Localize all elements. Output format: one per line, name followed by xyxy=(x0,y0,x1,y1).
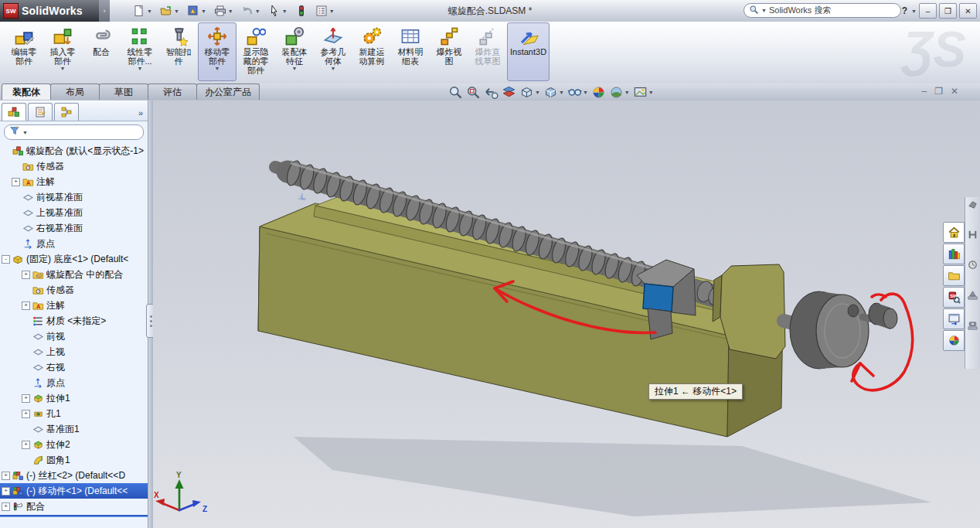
tab-evaluate[interactable]: 评估 xyxy=(148,83,197,100)
tree-item-sensors[interactable]: +传感器 xyxy=(0,158,148,174)
help-dropdown-arrow[interactable]: ▼ xyxy=(911,9,917,14)
doc-close-button[interactable]: ✕ xyxy=(951,85,958,97)
propertymanager-tab[interactable] xyxy=(28,103,53,121)
tree-expander[interactable]: + xyxy=(22,301,30,310)
tree-item-front-plane[interactable]: +前视基准面 xyxy=(0,189,148,205)
tree-item-component-mover[interactable]: +(-) 移动件<1> (Default<< xyxy=(0,483,148,499)
tree-item-mates-in-assembly[interactable]: +螺旋配合 中的配合 xyxy=(0,267,148,282)
tree-filter-input[interactable]: ▼ xyxy=(4,124,144,140)
publish-edrawing-button[interactable]: ▼ xyxy=(185,2,208,20)
tree-expander[interactable]: + xyxy=(12,178,20,186)
new-document-button[interactable]: ▼ xyxy=(131,2,154,20)
panel-expand-chevron[interactable]: » xyxy=(138,108,143,121)
tree-item-base-front-plane[interactable]: +前视 xyxy=(0,329,148,344)
linear-component-pattern-button[interactable]: 线性零 部件...▼ xyxy=(121,22,159,81)
tree-item-base-top-plane[interactable]: +上视 xyxy=(0,344,148,359)
tree-expander[interactable]: - xyxy=(2,255,10,264)
configurationmanager-tab[interactable] xyxy=(54,103,79,121)
filter-dropdown-arrow[interactable]: ▼ xyxy=(22,130,28,135)
tree-item-base-origin[interactable]: +原点 xyxy=(0,375,148,390)
tab-layout[interactable]: 布局 xyxy=(50,83,100,100)
bill-of-materials-button[interactable]: 材料明 细表 xyxy=(391,22,430,81)
tree-item-right-plane[interactable]: +右视基准面 xyxy=(0,220,148,236)
rebuild-button[interactable] xyxy=(294,2,309,20)
tree-item-fillet1[interactable]: +圆角1 xyxy=(0,452,148,468)
tab-office[interactable]: 办公室产品 xyxy=(196,83,260,100)
minimize-button[interactable]: – xyxy=(919,3,937,19)
section-view-button[interactable] xyxy=(502,85,516,100)
rollback-bar[interactable] xyxy=(0,515,148,517)
view-settings-button[interactable]: ▼ xyxy=(633,85,654,100)
show-hidden-components-button[interactable]: 显示隐 藏的零 部件 xyxy=(236,22,275,81)
model-3d-view[interactable]: Y X Z xyxy=(153,100,980,528)
zoom-to-fit-button[interactable] xyxy=(448,85,463,100)
tree-expander[interactable]: + xyxy=(2,502,10,511)
tree-item-root-assembly[interactable]: +螺旋配合 (默认<显示状态-1> xyxy=(0,143,148,158)
ts-clock-strip-icon[interactable] xyxy=(967,259,978,274)
design-library-tab[interactable] xyxy=(943,244,965,264)
close-button[interactable]: ✕ xyxy=(959,3,977,19)
tree-expander[interactable]: + xyxy=(22,271,30,279)
edit-component-button[interactable]: 编辑零 部件 xyxy=(5,22,43,81)
tree-item-annotations[interactable]: +A注解 xyxy=(0,174,148,189)
instant3d-button[interactable]: Instant3D xyxy=(507,22,550,81)
select-button[interactable]: ▼ xyxy=(267,2,289,20)
insert-components-button[interactable]: 插入零 部件▼ xyxy=(43,22,82,81)
tree-item-component-base[interactable]: -(固定) 底座<1> (Default< xyxy=(0,251,148,267)
tree-expander[interactable]: + xyxy=(2,487,10,496)
tree-expander[interactable]: + xyxy=(22,410,30,418)
open-document-button[interactable]: ▼ xyxy=(158,2,181,20)
tree-item-top-plane[interactable]: +上视基准面 xyxy=(0,205,148,220)
selected-face[interactable] xyxy=(643,284,673,312)
display-style-button[interactable]: ▼ xyxy=(543,85,564,100)
search-tab[interactable]: SW xyxy=(943,287,965,308)
tab-sketch[interactable]: 草图 xyxy=(99,83,148,100)
search-dropdown-arrow[interactable]: ▼ xyxy=(761,8,767,13)
help-button[interactable]: ? xyxy=(900,5,909,16)
tree-item-mates-group[interactable]: +配合 xyxy=(0,499,148,514)
view-palette-tab[interactable] xyxy=(943,308,965,329)
smart-fasteners-button[interactable]: 智能扣 件 xyxy=(159,22,198,81)
tree-item-base-right-plane[interactable]: +右视 xyxy=(0,359,148,375)
reference-geometry-button[interactable]: 参考几 何体▼ xyxy=(314,22,352,81)
tree-item-extrude1[interactable]: +拉伸1 xyxy=(0,390,148,406)
ts-h-strip-icon[interactable] xyxy=(967,229,978,244)
zoom-to-area-button[interactable] xyxy=(466,85,481,100)
tree-expander[interactable]: + xyxy=(2,472,10,480)
tree-expander[interactable]: + xyxy=(22,394,30,403)
tree-item-hole1[interactable]: +孔1 xyxy=(0,406,148,421)
tree-item-origin[interactable]: +原点 xyxy=(0,236,148,251)
exploded-view-button[interactable]: 爆炸视 图 xyxy=(430,22,468,81)
graphics-area[interactable]: Y X Z 拉伸1 ← 移动件<1> xyxy=(153,100,980,528)
explode-line-sketch-button[interactable]: 爆炸直 线草图 xyxy=(468,22,507,81)
hide-show-items-button[interactable]: ▼ xyxy=(567,85,588,100)
tree-item-extrude2[interactable]: +拉伸2 xyxy=(0,437,148,452)
search-box[interactable]: ▼ SolidWorks 搜索 xyxy=(744,3,901,18)
restore-button[interactable]: ❐ xyxy=(939,3,957,19)
handwheel[interactable] xyxy=(784,291,897,369)
doc-minimize-button[interactable]: – xyxy=(921,85,927,97)
assembly-features-button[interactable]: 装配体 特征▼ xyxy=(275,22,314,81)
view-orientation-button[interactable]: ▼ xyxy=(519,85,540,100)
tree-item-material[interactable]: +材质 <未指定> xyxy=(0,313,148,329)
options-button[interactable]: ▼ xyxy=(314,2,336,20)
tree-item-base-annotations[interactable]: +A注解 xyxy=(0,298,148,313)
apply-scene-button[interactable]: ▼ xyxy=(609,85,630,100)
tree-item-plane1[interactable]: +基准面1 xyxy=(0,421,148,437)
featuremanager-tab[interactable] xyxy=(2,103,26,121)
ts-pyramid-strip-icon[interactable] xyxy=(967,289,978,304)
file-explorer-tab[interactable] xyxy=(943,265,965,286)
tab-assembly[interactable]: 装配体 xyxy=(2,83,51,100)
undo-button[interactable]: ▼ xyxy=(240,2,262,20)
print-button[interactable]: ▼ xyxy=(213,2,235,20)
tree-expander[interactable]: + xyxy=(22,441,30,449)
appearances-scenes-tab[interactable] xyxy=(943,330,965,351)
tree-item-component-screw[interactable]: +(-) 丝杠<2> (Default<<D xyxy=(0,468,148,483)
tree-item-base-sensors[interactable]: +传感器 xyxy=(0,282,148,298)
ts-part-strip-icon[interactable] xyxy=(967,199,978,213)
doc-restore-button[interactable]: ❐ xyxy=(934,85,943,97)
menu-expand-arrow[interactable]: › xyxy=(99,0,110,22)
move-component-button[interactable]: 移动零 部件▼ xyxy=(198,22,236,81)
previous-view-button[interactable] xyxy=(484,85,499,100)
mate-button[interactable]: 配合 xyxy=(82,22,121,81)
